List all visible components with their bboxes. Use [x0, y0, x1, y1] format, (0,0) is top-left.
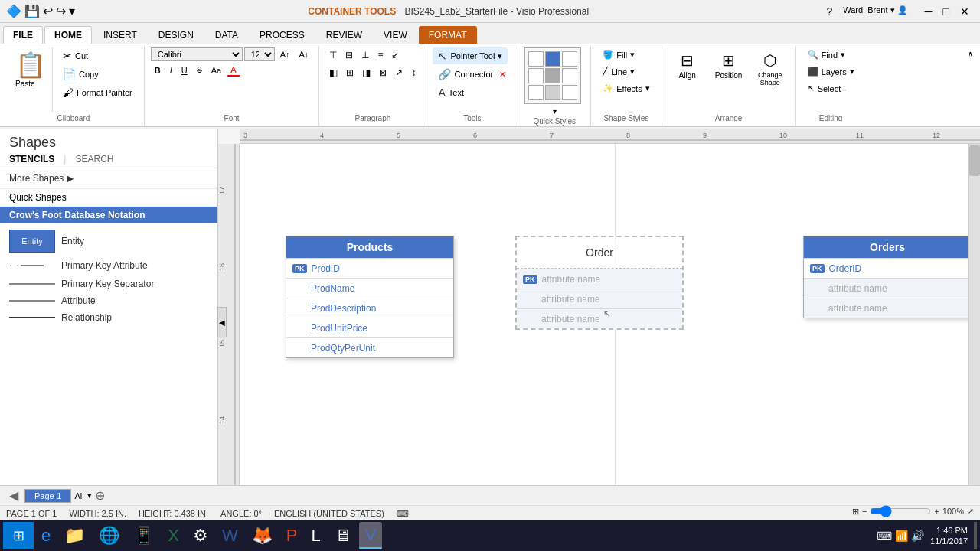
zoom-expand-btn[interactable]: ⤢ — [967, 507, 974, 517]
page-prev-btn[interactable]: ◀ — [6, 488, 21, 503]
qs-cell-1[interactable] — [528, 51, 544, 67]
tab-insert[interactable]: INSERT — [93, 26, 147, 44]
fill-btn[interactable]: 🪣 Fill ▾ — [597, 47, 640, 62]
products-entity[interactable]: Products PK ProdID ProdName ProdDescript… — [286, 236, 454, 358]
panel-collapse-btn[interactable]: ◀ — [217, 307, 227, 337]
bullet-btn[interactable]: ≡ — [374, 47, 387, 63]
taskbar-firefox[interactable]: 🦊 — [246, 522, 279, 549]
taskbar-chrome[interactable]: 🌐 — [93, 522, 126, 549]
taskbar-logo[interactable]: L — [305, 522, 326, 549]
tab-format[interactable]: FORMAT — [419, 26, 477, 44]
change-shape-btn[interactable]: ⬡ ChangeShape — [751, 47, 789, 90]
close-btn[interactable]: ✕ — [956, 5, 974, 18]
taskbar-ppt[interactable]: P — [280, 522, 304, 549]
font-size-select[interactable]: 12pt. — [244, 47, 275, 61]
save-icon[interactable]: 💾 — [24, 4, 40, 18]
align-middle-btn[interactable]: ⊟ — [341, 47, 357, 63]
cut-button[interactable]: ✂ Cut — [57, 47, 138, 64]
minimize-btn[interactable]: ─ — [920, 5, 937, 18]
zoom-slider[interactable] — [870, 505, 931, 517]
taskbar-settings[interactable]: ⚙ — [187, 522, 214, 549]
connector-close[interactable]: ✕ — [499, 70, 506, 80]
zoom-out-btn[interactable]: − — [862, 507, 867, 516]
network-icon[interactable]: 📶 — [895, 530, 908, 542]
layers-btn[interactable]: ⬛ Layers ▾ — [802, 64, 860, 79]
find-btn[interactable]: 🔍 Find ▾ — [802, 47, 851, 62]
decrease-indent-btn[interactable]: ↙ — [387, 47, 403, 63]
text-tool-btn[interactable]: A Text — [433, 84, 469, 101]
page-1-tab[interactable]: Page-1 — [24, 489, 71, 503]
order-entity[interactable]: PK attribute name attribute name attribu… — [515, 236, 684, 330]
scrollbar-right[interactable] — [968, 144, 980, 504]
align-bottom-btn[interactable]: ⊥ — [358, 47, 373, 63]
order-row-3[interactable]: attribute name — [517, 308, 682, 328]
layers-dropdown[interactable]: ▾ — [850, 67, 854, 77]
tab-file[interactable]: FILE — [3, 26, 43, 44]
page-dropdown[interactable]: ▾ — [87, 491, 92, 500]
select-btn[interactable]: ↖ Select - — [802, 81, 851, 96]
more-shapes-link[interactable]: More Shapes ▶ — [9, 173, 208, 184]
taskbar-explorer[interactable]: 📁 — [58, 522, 91, 549]
position-btn[interactable]: ⊞ Position — [710, 47, 748, 83]
quick-styles-grid[interactable] — [524, 47, 581, 104]
products-row-prodid[interactable]: PK ProdID — [286, 258, 453, 278]
stencil-pk-sep[interactable]: Primary Key Separator — [9, 279, 208, 289]
align-btn[interactable]: ⊟ Align — [668, 47, 707, 83]
help-btn[interactable]: ? — [822, 5, 837, 18]
stencil-pk-attr[interactable]: · · Primary Key Attribute — [9, 259, 208, 272]
qs-cell-4[interactable] — [528, 68, 544, 83]
pointer-tool-btn[interactable]: ↖ Pointer Tool ▾ — [433, 47, 508, 64]
line-btn[interactable]: ╱ Line ▾ — [597, 64, 640, 79]
quick-styles-down[interactable]: ▾ — [553, 107, 557, 116]
user-info[interactable]: Ward, Brent ▾ 👤 — [838, 5, 912, 18]
stencil-relationship[interactable]: Relationship — [9, 312, 208, 323]
products-row-proddesc[interactable]: ProdDescription — [286, 298, 453, 318]
order-row-pk[interactable]: PK attribute name — [517, 269, 682, 289]
format-painter-button[interactable]: 🖌 Format Painter — [57, 84, 138, 101]
align-top-btn[interactable]: ⊤ — [325, 47, 341, 63]
align-center-btn[interactable]: ⊞ — [342, 65, 358, 80]
products-row-prodname[interactable]: ProdName — [286, 278, 453, 298]
taskbar-ie[interactable]: e — [35, 522, 57, 549]
tab-process[interactable]: PROCESS — [250, 26, 315, 44]
taskbar-time[interactable]: 1:46 PM 11/1/2017 — [930, 525, 968, 547]
line-spacing-btn[interactable]: ↕ — [407, 65, 420, 80]
keyboard-sys-icon[interactable]: ⌨ — [877, 530, 892, 542]
tab-home[interactable]: HOME — [44, 26, 92, 44]
order-title-input[interactable] — [517, 242, 682, 263]
quick-shapes-link[interactable]: Quick Shapes — [0, 189, 217, 207]
orders-row-3[interactable]: attribute name — [804, 298, 968, 318]
scroll-thumb-right[interactable] — [969, 145, 980, 176]
taskbar-misc1[interactable]: 📱 — [127, 522, 160, 549]
fill-dropdown[interactable]: ▾ — [630, 50, 635, 60]
qs-cell-7[interactable] — [528, 85, 544, 100]
align-right-btn[interactable]: ◨ — [358, 65, 374, 80]
font-family-select[interactable]: Calibri — [151, 47, 243, 61]
order-row-2[interactable]: attribute name — [517, 289, 682, 308]
collapse-ribbon-btn[interactable]: ∧ — [964, 46, 977, 126]
redo-icon[interactable]: ↪ — [56, 4, 66, 18]
find-dropdown[interactable]: ▾ — [841, 50, 845, 60]
line-dropdown[interactable]: ▾ — [630, 67, 635, 77]
add-page-btn[interactable]: ⊕ — [95, 488, 105, 503]
zoom-controls[interactable]: ⊞ − + 100% ⤢ — [852, 505, 974, 517]
taskbar-excel[interactable]: X — [162, 522, 185, 549]
effects-dropdown[interactable]: ▾ — [645, 83, 650, 93]
orders-row-2[interactable]: attribute name — [804, 278, 968, 298]
effects-btn[interactable]: ✨ Effects ▾ — [597, 81, 655, 96]
qs-cell-3[interactable] — [562, 51, 577, 67]
tab-stencils[interactable]: STENCILS — [9, 154, 54, 165]
products-row-prodqty[interactable]: ProdQtyPerUnit — [286, 337, 453, 357]
dropdown-icon[interactable]: ▾ — [69, 4, 75, 18]
stencil-entity[interactable]: Entity Entity — [9, 230, 208, 253]
maximize-btn[interactable]: □ — [939, 5, 954, 18]
qs-cell-8[interactable] — [545, 85, 560, 100]
tab-data[interactable]: DATA — [205, 26, 248, 44]
connector-tool-btn[interactable]: 🔗 Connector ✕ — [433, 66, 511, 83]
taskbar-word[interactable]: W — [216, 522, 244, 549]
tab-design[interactable]: DESIGN — [149, 26, 204, 44]
tab-view[interactable]: VIEW — [374, 26, 417, 44]
window-controls[interactable]: ? Ward, Brent ▾ 👤 ─ □ ✕ — [822, 5, 974, 18]
stencil-attr[interactable]: Attribute — [9, 295, 208, 306]
underline-btn[interactable]: U — [178, 64, 191, 77]
